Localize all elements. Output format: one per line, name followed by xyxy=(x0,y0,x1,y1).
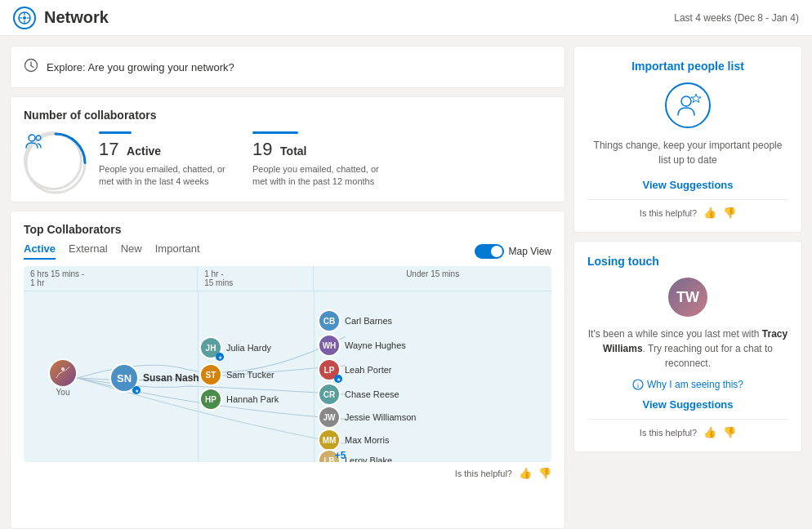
collab-tab-list: Active External New Important xyxy=(24,242,200,260)
leroy-blake-node: LB Leroy Blake xyxy=(318,449,392,462)
tab-external[interactable]: External xyxy=(69,242,108,260)
explore-text: Explore: Are you growing your network? xyxy=(47,61,234,73)
julia-hardy-node: JH ★ Julia Hardy xyxy=(199,336,271,359)
active-count: 17 xyxy=(99,139,118,159)
active-bar xyxy=(99,131,132,134)
time-label-1: 6 hrs 15 mins -1 hr xyxy=(24,266,198,291)
losing-helpful-label: Is this helpful? xyxy=(640,428,697,438)
hannah-park-label: Hannah Park xyxy=(226,394,279,404)
collab-circle xyxy=(24,131,83,190)
max-morris-label: Max Morris xyxy=(345,435,389,445)
leah-porter-node: LP ★ Leah Porter xyxy=(318,358,391,381)
losing-touch-person: Tracy Williams xyxy=(603,328,787,354)
important-people-card: Important people list Things change, kee… xyxy=(573,46,802,233)
tab-active[interactable]: Active xyxy=(24,242,56,260)
star-badge-susan: ★ xyxy=(132,386,141,394)
why-link[interactable]: i Why I am seeing this? xyxy=(587,379,788,390)
active-desc: People you emailed, chatted, or met with… xyxy=(99,163,230,189)
page-title: Network xyxy=(44,8,109,27)
svg-marker-16 xyxy=(691,94,701,103)
date-range: Last 4 weeks (Dec 8 - Jan 4) xyxy=(674,12,799,24)
svg-point-11 xyxy=(29,135,35,141)
julia-hardy-label: Julia Hardy xyxy=(226,343,271,353)
you-node: You xyxy=(48,358,78,397)
main-content: Explore: Are you growing your network? N… xyxy=(0,36,812,529)
svg-point-12 xyxy=(36,136,41,140)
svg-point-1 xyxy=(23,16,26,20)
header: Network Last 4 weeks (Dec 8 - Jan 4) xyxy=(0,0,812,36)
jessie-williamson-avatar: JW xyxy=(318,406,341,429)
thumbs-down-icon-2[interactable]: 👎 xyxy=(723,426,736,438)
chase-reese-label: Chase Reese xyxy=(345,389,399,399)
thumbs-down-icon-1[interactable]: 👎 xyxy=(723,207,736,219)
jessie-williamson-node: JW Jessie Williamson xyxy=(318,406,416,429)
sam-tucker-node: ST Sam Tucker xyxy=(199,363,274,386)
view-suggestions-link-1[interactable]: View Suggestions xyxy=(587,179,788,191)
wayne-hughes-label: Wayne Hughes xyxy=(345,340,406,350)
network-icon xyxy=(13,7,36,29)
right-panel: Important people list Things change, kee… xyxy=(573,46,802,529)
svg-line-8 xyxy=(31,66,33,68)
total-stat: 19 Total People you emailed, chatted, or… xyxy=(252,131,383,189)
thumbs-up-icon-1[interactable]: 👍 xyxy=(703,207,716,219)
time-label-2: 1 hr -15 mins xyxy=(198,266,314,291)
carl-barnes-node: CB Carl Barnes xyxy=(318,309,392,332)
important-people-helpful: Is this helpful? 👍 👎 xyxy=(587,199,788,219)
helpful-label: Is this helpful? xyxy=(455,469,512,478)
losing-touch-card: Losing touch TW It's been a while since … xyxy=(573,241,802,452)
losing-touch-avatar-row: TW xyxy=(587,276,788,318)
map-area: 6 hrs 15 mins -1 hr 1 hr -15 mins Under … xyxy=(24,266,551,462)
losing-touch-title: Losing touch xyxy=(587,255,788,268)
collaborators-card: Number of collaborators xyxy=(10,96,565,202)
important-helpful-label: Is this helpful? xyxy=(640,208,697,218)
time-label-3: Under 15 mins xyxy=(314,266,551,291)
view-suggestions-link-2[interactable]: View Suggestions xyxy=(587,398,788,411)
carl-barnes-avatar: CB xyxy=(318,309,341,332)
top-collaborators-card: Top Collaborators Active External New Im… xyxy=(10,211,565,529)
tracy-williams-avatar: TW xyxy=(667,276,709,318)
active-label: Active xyxy=(127,144,161,158)
wayne-hughes-avatar: WH xyxy=(318,334,341,357)
map-body: You SN ★ Susan Nash JH ★ xyxy=(24,291,551,462)
toggle-switch[interactable] xyxy=(475,244,504,259)
thumbs-up-icon-2[interactable]: 👍 xyxy=(703,426,716,438)
total-bar xyxy=(252,131,298,134)
you-label: You xyxy=(56,388,70,397)
total-count: 19 xyxy=(252,139,272,159)
header-left: Network xyxy=(13,7,109,29)
collab-numbers: 17 Active People you emailed, chatted, o… xyxy=(99,131,383,189)
map-view-toggle: Map View xyxy=(475,244,551,259)
svg-point-15 xyxy=(681,96,691,106)
susan-nash-node: SN ★ Susan Nash xyxy=(109,363,199,393)
chase-reese-node: CR Chase Reese xyxy=(318,383,399,406)
star-badge-leah: ★ xyxy=(334,375,342,383)
important-people-title: Important people list xyxy=(587,60,788,73)
map-header: 6 hrs 15 mins -1 hr 1 hr -15 mins Under … xyxy=(24,266,551,291)
svg-point-14 xyxy=(61,367,65,371)
sam-tucker-label: Sam Tucker xyxy=(226,370,274,380)
explore-card: Explore: Are you growing your network? xyxy=(10,46,565,88)
helpful-bar: Is this helpful? 👍 👎 xyxy=(24,462,551,479)
thumbs-down-icon[interactable]: 👎 xyxy=(538,467,551,479)
chase-reese-avatar: CR xyxy=(318,383,341,406)
important-people-desc: Things change, keep your important peopl… xyxy=(587,138,788,167)
important-people-icon xyxy=(665,82,711,128)
thumbs-up-icon[interactable]: 👍 xyxy=(519,467,532,479)
jessie-williamson-label: Jessie Williamson xyxy=(345,412,416,422)
collab-tabs-row: Active External New Important Map View xyxy=(24,242,551,260)
tab-important[interactable]: Important xyxy=(155,242,200,260)
active-stat: 17 Active People you emailed, chatted, o… xyxy=(99,131,230,189)
carl-barnes-label: Carl Barnes xyxy=(345,316,392,326)
map-divider-2 xyxy=(314,291,315,462)
max-morris-node: MM Max Morris xyxy=(318,429,389,451)
clock-icon xyxy=(24,58,38,76)
losing-touch-desc: It's been a while since you last met wit… xyxy=(587,327,788,371)
susan-nash-label: Susan Nash xyxy=(143,372,199,384)
plus-more: +5 xyxy=(335,450,346,461)
top-collaborators-title: Top Collaborators xyxy=(24,223,551,236)
why-label: Why I am seeing this? xyxy=(647,379,743,390)
losing-touch-helpful: Is this helpful? 👍 👎 xyxy=(587,419,788,438)
total-desc: People you emailed, chatted, or met with… xyxy=(252,163,383,189)
max-morris-avatar: MM xyxy=(318,429,341,451)
tab-new[interactable]: New xyxy=(121,242,142,260)
